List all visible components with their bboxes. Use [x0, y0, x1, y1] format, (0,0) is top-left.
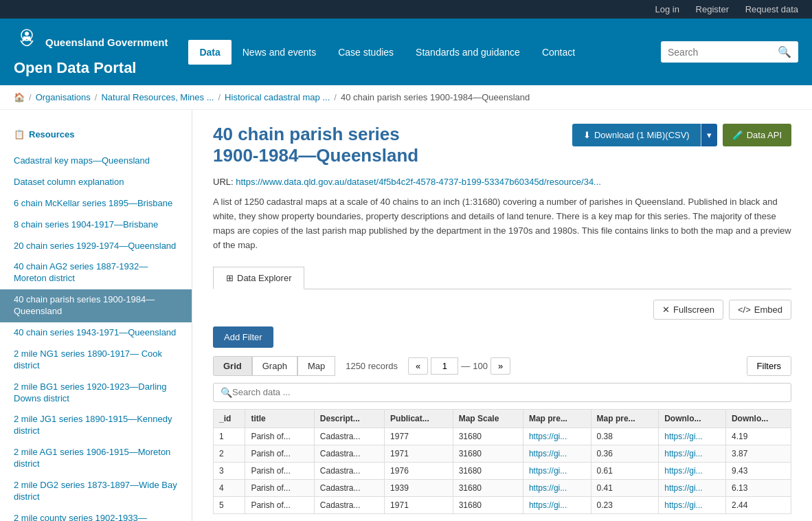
add-filter-button[interactable]: Add Filter [213, 326, 273, 348]
nav-case-studies[interactable]: Case studies [327, 40, 405, 65]
breadcrumb-current: 40 chain parish series 1900-1984—Queensl… [341, 92, 530, 102]
col-header-title: title [245, 409, 314, 428]
cell-title-2: Parish of... [245, 462, 314, 479]
nav-contact[interactable]: Contact [531, 40, 586, 65]
cell-title-1: Parish of... [245, 445, 314, 462]
qld-coat-of-arms-icon [14, 27, 40, 58]
page-separator: — [461, 361, 470, 371]
portal-name: Open Data Portal [14, 59, 136, 77]
register-link[interactable]: Register [696, 4, 729, 14]
cell-id-4: 5 [214, 496, 245, 513]
login-link[interactable]: Log in [655, 4, 679, 14]
cell-dl1-1[interactable]: https://gi... [659, 445, 726, 462]
cell-dl1-0[interactable]: https://gi... [659, 428, 726, 445]
url-label: URL: [213, 177, 234, 187]
page-last-button[interactable]: » [490, 357, 510, 375]
sidebar-item-20chain[interactable]: 20 chain series 1929-1974—Queensland [0, 236, 192, 257]
search-data-input[interactable] [232, 387, 784, 397]
cell-mappre1-0[interactable]: https://gi... [523, 428, 591, 445]
tabs: ⊞ Data Explorer [213, 267, 791, 289]
cell-mappre1-3[interactable]: https://gi... [523, 479, 591, 496]
sidebar-item-2mile-bg1[interactable]: 2 mile BG1 series 1920-1923—Darling Down… [0, 377, 192, 410]
embed-button[interactable]: </> Embed [729, 300, 791, 320]
page-first-button[interactable]: « [408, 357, 428, 375]
svg-point-1 [25, 32, 29, 36]
col-header-dl1: Downlo... [659, 409, 726, 428]
sidebar-item-2mile-ng1[interactable]: 2 mile NG1 series 1890-1917— Cook distri… [0, 344, 192, 377]
cell-mappre1-4[interactable]: https://gi... [523, 496, 591, 513]
cell-dl1-3[interactable]: https://gi... [659, 479, 726, 496]
download-icon: ⬇ [583, 130, 591, 140]
nav-data[interactable]: Data [188, 40, 231, 65]
sidebar-item-40chain-1943[interactable]: 40 chain series 1943-1971—Queensland [0, 322, 192, 344]
cell-title-3: Parish of... [245, 479, 314, 496]
logo-text: Queensland Government [45, 36, 168, 49]
data-api-button[interactable]: 🧪 Data API [723, 124, 791, 146]
cell-mappre1-2[interactable]: https://gi... [523, 462, 591, 479]
page-number-input[interactable] [431, 357, 458, 375]
map-view-button[interactable]: Map [297, 356, 335, 376]
download-button[interactable]: ⬇ Download (1 MiB)(CSV) [572, 124, 701, 146]
request-data-link[interactable]: Request data [745, 4, 798, 14]
records-count: 1250 records [346, 361, 398, 371]
table-row: 5 Parish of... Cadastra... 1971 31680 ht… [214, 496, 791, 513]
filters-button[interactable]: Filters [747, 356, 791, 376]
sidebar-item-2mile-jg1[interactable]: 2 mile JG1 series 1890-1915—Kennedy dist… [0, 409, 192, 442]
content-area: 40 chain parish series 1900-1984—Queensl… [192, 110, 812, 521]
resources-icon: 📋 [14, 129, 25, 140]
cell-pub-4: 1971 [385, 496, 453, 513]
logo-brand: Queensland [45, 36, 104, 48]
breadcrumb-sep-1: / [95, 92, 98, 102]
url-link[interactable]: https://www.data.qld.gov.au/dataset/4f5b… [236, 177, 601, 187]
sidebar-item-6chain[interactable]: 6 chain McKellar series 1895—Brisbane [0, 193, 192, 214]
sidebar-item-40chain-parish[interactable]: 40 chain parish series 1900-1984—Queensl… [0, 289, 192, 322]
tab-data-explorer[interactable]: ⊞ Data Explorer [213, 267, 304, 289]
home-icon[interactable]: 🏠 [14, 92, 25, 102]
cell-desc-0: Cadastra... [314, 428, 384, 445]
cell-mappre2-2: 0.61 [591, 462, 659, 479]
col-header-pub: Publicat... [385, 409, 453, 428]
pagination: « — 100 » [408, 357, 510, 375]
grid-view-button[interactable]: Grid [213, 356, 252, 376]
cell-desc-4: Cadastra... [314, 496, 384, 513]
cell-dl1-4[interactable]: https://gi... [659, 496, 726, 513]
cell-dl2-2: 9.43 [725, 462, 791, 479]
cell-dl1-2[interactable]: https://gi... [659, 462, 726, 479]
cell-scale-1: 31680 [453, 445, 523, 462]
fullscreen-icon: ✕ [662, 304, 670, 315]
fullscreen-button[interactable]: ✕ Fullscreen [653, 300, 723, 320]
sidebar-item-8chain[interactable]: 8 chain series 1904-1917—Brisbane [0, 214, 192, 236]
col-header-dl2: Downlo... [725, 409, 791, 428]
sidebar-resources-header: 📋 Resources [0, 124, 192, 145]
cell-scale-3: 31680 [453, 479, 523, 496]
dataset-title-line1: 40 chain parish series [213, 124, 400, 144]
sidebar-item-40chain-ag2[interactable]: 40 chain AG2 series 1887-1932—Moreton di… [0, 256, 192, 289]
tab-data-explorer-label: Data Explorer [237, 273, 291, 283]
cell-mappre1-1[interactable]: https://gi... [523, 445, 591, 462]
nav-standards[interactable]: Standards and guidance [405, 40, 531, 65]
sidebar-item-dataset-column[interactable]: Dataset column explanation [0, 172, 192, 193]
search-input[interactable] [668, 47, 778, 58]
breadcrumb-sep-2: / [218, 92, 221, 102]
cell-scale-0: 31680 [453, 428, 523, 445]
nav-news-events[interactable]: News and events [232, 40, 327, 65]
sidebar-item-2mile-dg2[interactable]: 2 mile DG2 series 1873-1897—Wide Bay dis… [0, 475, 192, 508]
search-data-icon: 🔍 [221, 387, 232, 398]
cell-scale-2: 31680 [453, 462, 523, 479]
search-data-row: 🔍 [213, 383, 791, 402]
breadcrumb-historical[interactable]: Historical cadastral map ... [225, 92, 330, 102]
search-icon: 🔍 [778, 45, 791, 58]
download-caret-button[interactable]: ▾ [701, 124, 717, 146]
cell-title-0: Parish of... [245, 428, 314, 445]
breadcrumb-organisations[interactable]: Organisations [36, 92, 91, 102]
cell-pub-0: 1977 [385, 428, 453, 445]
sidebar-item-2mile-ag1[interactable]: 2 mile AG1 series 1906-1915—Moreton dist… [0, 442, 192, 475]
sidebar-item-cadastral-key[interactable]: Cadastral key maps—Queensland [0, 151, 192, 172]
sidebar-item-2mile-county[interactable]: 2 mile county series 1902-1933—Queenslan… [0, 508, 192, 521]
breadcrumb-natural-resources[interactable]: Natural Resources, Mines ... [101, 92, 214, 102]
cell-mappre2-3: 0.41 [591, 479, 659, 496]
col-header-mappre2: Map pre... [591, 409, 659, 428]
graph-view-button[interactable]: Graph [252, 356, 297, 376]
header: Queensland Government Open Data Portal D… [0, 19, 812, 85]
logo-top: Queensland Government [14, 27, 168, 58]
